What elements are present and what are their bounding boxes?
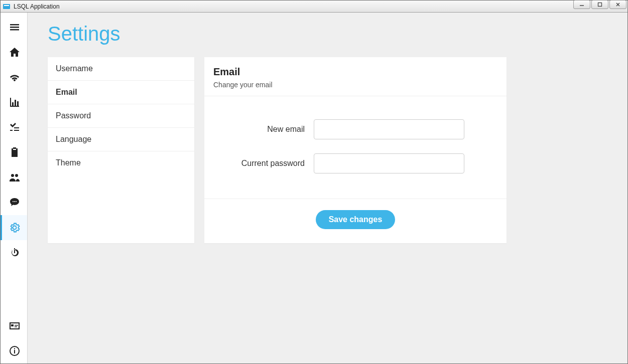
row-current-password: Current password: [223, 153, 487, 173]
home-icon: [9, 46, 21, 58]
sidebar-item-checklist[interactable]: [1, 115, 27, 140]
sidebar-item-power[interactable]: [1, 240, 27, 265]
sidebar-item-chat[interactable]: [1, 190, 27, 215]
svg-rect-7: [14, 350, 15, 353]
sidebar-item-info[interactable]: [1, 338, 27, 363]
page-title: Settings: [48, 23, 607, 45]
panel-title: Email: [213, 66, 497, 78]
clipboard-icon: [9, 146, 21, 158]
row-new-email: New email: [223, 119, 487, 139]
svg-rect-3: [598, 3, 602, 7]
menu-icon: [9, 21, 21, 33]
checklist-icon: [9, 121, 21, 133]
sidebar-item-chart[interactable]: [1, 90, 27, 115]
wifi-icon: [9, 71, 21, 83]
titlebar: LSQL Application: [1, 1, 627, 13]
sidebar: [1, 13, 28, 363]
tab-password[interactable]: Password: [48, 104, 194, 128]
sidebar-item-menu[interactable]: [1, 15, 27, 40]
tab-email[interactable]: Email: [48, 81, 194, 104]
svg-rect-0: [3, 4, 10, 9]
current-password-input[interactable]: [314, 153, 464, 173]
power-icon: [9, 247, 21, 259]
sidebar-item-clipboard[interactable]: [1, 140, 27, 165]
main-content: Settings Username Email Password Languag…: [28, 13, 627, 363]
panel-subtitle: Change your email: [213, 81, 497, 89]
tab-username[interactable]: Username: [48, 57, 194, 81]
users-icon: [9, 171, 21, 184]
sidebar-item-settings[interactable]: [1, 215, 27, 240]
maximize-button[interactable]: [591, 0, 608, 9]
app-body: Settings Username Email Password Languag…: [1, 13, 627, 363]
close-button[interactable]: [609, 0, 626, 9]
tab-language[interactable]: Language: [48, 128, 194, 151]
sidebar-item-home[interactable]: [1, 40, 27, 65]
minimize-button[interactable]: [573, 0, 590, 9]
sidebar-item-card[interactable]: [1, 313, 27, 338]
settings-tabs: Username Email Password Language Theme: [48, 57, 194, 243]
new-email-input[interactable]: [314, 119, 464, 139]
card-icon: [9, 320, 21, 332]
svg-rect-1: [4, 5, 9, 6]
bar-chart-icon: [9, 96, 21, 108]
sidebar-item-wifi[interactable]: [1, 65, 27, 90]
info-icon: [9, 345, 21, 357]
settings-layout: Username Email Password Language Theme E…: [48, 57, 607, 243]
label-current-password: Current password: [223, 159, 314, 168]
divider: [204, 199, 507, 199]
sidebar-item-users[interactable]: [1, 165, 27, 190]
tab-theme[interactable]: Theme: [48, 151, 194, 174]
app-window: LSQL Application: [0, 0, 628, 364]
save-button[interactable]: Save changes: [316, 210, 396, 229]
window-title: LSQL Application: [14, 3, 60, 10]
label-new-email: New email: [223, 125, 314, 134]
gear-icon: [9, 222, 21, 234]
chat-icon: [9, 197, 21, 209]
form-area: New email Current password: [213, 96, 497, 196]
svg-rect-8: [14, 348, 15, 349]
window-controls: [573, 0, 626, 9]
settings-panel: Email Change your email New email Curren…: [204, 57, 507, 243]
app-icon: [3, 3, 11, 11]
